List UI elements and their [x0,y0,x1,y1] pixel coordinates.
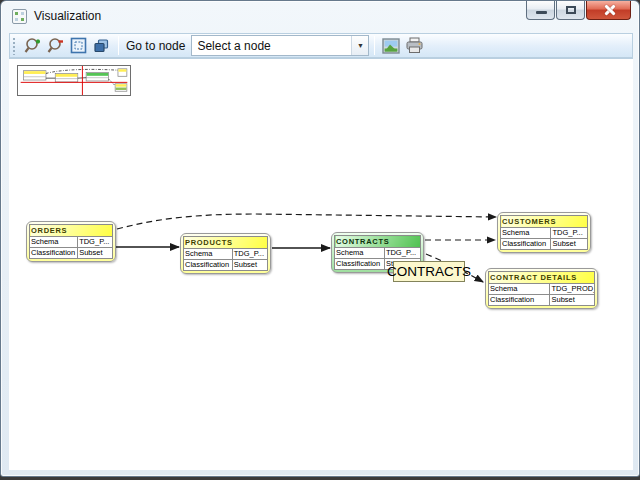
row-value: TDG_P... [384,248,420,259]
row-label: Classification [501,239,551,250]
row-label: Classification [335,259,385,270]
restore-button[interactable] [556,1,585,20]
visualization-window: Visualization [0,0,640,477]
node-title: ORDERS [30,225,113,237]
minimap[interactable] [17,65,131,96]
toolbar-separator-2 [374,36,375,55]
close-button[interactable] [586,1,631,20]
node-select-combobox[interactable]: Select a node ▼ [191,35,369,56]
cascade-windows-button[interactable] [90,35,112,56]
row-label: Classification [30,248,78,259]
cascade-windows-icon [93,37,110,54]
row-label: Classification [489,295,550,306]
zoom-in-button[interactable] [21,35,43,56]
row-label: Classification [184,260,233,271]
row-value: Subset [551,239,588,250]
window-title: Visualization [34,9,101,23]
zoom-in-icon [24,37,41,54]
row-value: TDG_P... [78,237,113,248]
row-value: Subset [550,295,595,306]
print-icon [405,37,424,54]
node-title: CONTRACT DETAILS [489,272,595,284]
export-image-button[interactable] [380,35,402,56]
row-value: TDG_PROD_2 [550,284,595,295]
minimap-node [23,69,126,91]
node-tooltip: CONTRACTS [393,261,465,282]
toolbar-grip[interactable] [12,37,17,55]
node-contract-details[interactable]: CONTRACT DETAILS Schema TDG_PROD_2 Class… [485,268,598,309]
minimize-button[interactable] [526,1,555,20]
close-icon [602,4,615,17]
node-customers[interactable]: CUSTOMERS Schema TDG_P... Classification… [497,212,591,253]
titlebar[interactable]: Visualization [1,1,639,32]
app-icon [12,9,27,24]
row-label: Schema [184,249,233,260]
row-value: TDG_P... [551,228,588,239]
node-title: PRODUCTS [184,237,268,249]
row-label: Schema [501,228,551,239]
export-image-icon [382,38,400,54]
node-orders[interactable]: ORDERS Schema TDG_P... Classification Su… [26,221,116,262]
zoom-out-button[interactable] [44,35,66,56]
node-title: CONTRACTS [335,236,421,248]
node-title: CUSTOMERS [501,216,588,228]
zoom-out-icon [47,37,64,54]
row-value: Subset [78,248,113,259]
restore-icon [566,6,576,14]
fit-to-window-button[interactable] [67,35,89,56]
goto-node-label: Go to node [126,39,185,53]
minimize-icon [536,11,547,14]
node-products[interactable]: PRODUCTS Schema TDG_P... Classification … [180,233,271,274]
print-button[interactable] [403,35,425,56]
row-value: TDG_P... [232,249,267,260]
edge-orders-customers [117,214,496,229]
chevron-down-icon[interactable]: ▼ [351,36,368,55]
graph-canvas[interactable]: ORDERS Schema TDG_P... Classification Su… [9,58,633,470]
edges-layer [9,59,633,471]
row-value: Subset [232,260,267,271]
row-label: Schema [335,248,385,259]
toolbar-separator [118,36,119,55]
row-label: Schema [30,237,78,248]
toolbar: Go to node Select a node ▼ [9,33,633,58]
row-label: Schema [489,284,550,295]
fit-to-window-icon [70,37,87,54]
combo-value: Select a node [192,39,351,53]
